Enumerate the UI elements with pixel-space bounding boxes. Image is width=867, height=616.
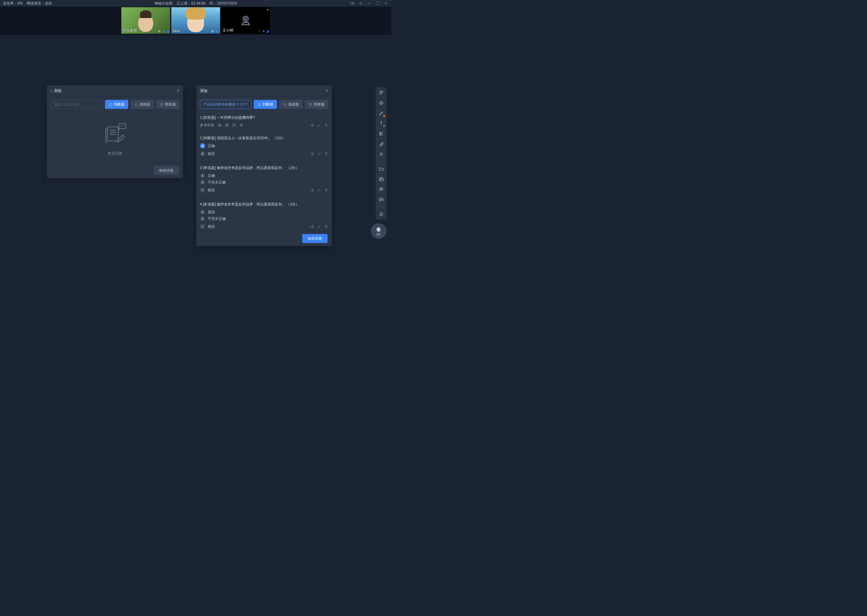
video-name: 叮当老师	[123, 28, 137, 33]
question-title: 2 [判断题] 我国宪法上一次更新是在2020年。 （2分）	[200, 135, 328, 141]
answer-text: 春、夏、秋、冬	[218, 123, 243, 128]
quiz-name-input[interactable]	[50, 100, 102, 109]
whiteboard-toolbox	[376, 87, 386, 220]
save-quiz-button[interactable]: 保存试卷	[153, 166, 179, 175]
add-short-answer-button[interactable]: 简答题	[305, 100, 328, 109]
svg-point-12	[245, 18, 247, 20]
svg-point-11	[243, 16, 248, 22]
option-item[interactable]: B错误	[200, 151, 215, 156]
pen-tool[interactable]	[378, 110, 384, 116]
video-tile-student-2[interactable]: × 王小明	[221, 7, 270, 34]
pointer-tool[interactable]	[378, 90, 384, 96]
question-item: 1 [简答题] 一年四季分别是哪四季? 参考答案： 春、夏、秋、冬	[200, 112, 328, 132]
close-icon[interactable]: ×	[325, 88, 328, 94]
hand-count: 0/2	[377, 233, 381, 236]
question-title: 1 [简答题] 一年四季分别是哪四季?	[200, 115, 328, 120]
video-name: 王小明	[222, 28, 233, 33]
maximize-icon[interactable]	[375, 1, 380, 6]
panel-title: 测验	[54, 88, 62, 94]
option-item[interactable]: A正确	[200, 173, 328, 178]
delete-icon[interactable]	[324, 225, 328, 229]
toolbox-tool[interactable]	[378, 176, 384, 182]
option-item[interactable]: A正确	[200, 143, 328, 149]
close-icon[interactable]: ×	[217, 8, 219, 12]
empty-text: 暂无试题	[108, 151, 122, 156]
eraser-tool[interactable]	[378, 141, 384, 147]
quiz-panel-filled: 测验 × 判断题 选择题 简答题 1 [简答题] 一年四季分别是哪四季?	[196, 85, 332, 246]
svg-point-36	[380, 153, 382, 155]
class-title: 神秘大自然	[154, 1, 172, 6]
delete-icon[interactable]	[324, 123, 328, 127]
svg-point-35	[379, 134, 380, 135]
answer-label: 参考答案：	[200, 123, 218, 128]
users-tool[interactable]	[378, 186, 384, 192]
empty-illustration	[101, 121, 129, 148]
question-item: 4 [多选题] 施华洛世奇是反华品牌，所以梁鼎琪反华。 （2分） A是的 B不完…	[200, 198, 328, 231]
edit-icon[interactable]	[317, 123, 321, 127]
add-judge-button[interactable]: 判断题	[254, 100, 277, 109]
move-icon[interactable]	[311, 188, 314, 192]
text-tool[interactable]	[378, 120, 384, 126]
video-tile-teacher[interactable]: 叮当老师	[121, 7, 170, 34]
mic-indicator	[158, 30, 169, 33]
session-id: ID：2020070324	[210, 1, 237, 6]
option-item[interactable]: A是的	[200, 209, 328, 215]
svg-point-26	[120, 126, 121, 127]
chat-tool[interactable]	[378, 196, 384, 203]
raise-hand-button[interactable]: 0/2	[371, 223, 386, 239]
option-item[interactable]: C错误	[200, 224, 215, 229]
edit-icon[interactable]	[317, 188, 321, 192]
svg-rect-18	[161, 103, 163, 106]
add-short-answer-button[interactable]: 简答题	[156, 100, 180, 109]
svg-point-17	[135, 103, 137, 106]
move-tool[interactable]	[378, 100, 384, 106]
svg-point-27	[121, 126, 123, 127]
scissors-tool[interactable]	[378, 130, 384, 137]
question-item: 2 [判断题] 我国宪法上一次更新是在2020年。 （2分） A正确 B错误	[200, 132, 328, 162]
move-icon[interactable]	[311, 123, 314, 127]
move-icon[interactable]	[311, 225, 314, 229]
svg-point-42	[381, 199, 381, 200]
edit-icon[interactable]	[317, 225, 321, 229]
svg-rect-15	[263, 30, 264, 32]
laser-tool[interactable]	[378, 151, 384, 157]
svg-point-9	[212, 31, 213, 32]
quiz-name-input[interactable]	[200, 100, 251, 109]
close-icon[interactable]: ×	[267, 8, 269, 12]
svg-point-6	[159, 31, 160, 32]
add-choice-button[interactable]: 选择题	[279, 100, 303, 109]
loss-rate: 丢包率：0%	[3, 1, 22, 6]
top-bar: 丢包率：0% 网络状态：良好 神秘大自然 已上课：02:34:09 ID：202…	[0, 0, 391, 6]
option-item[interactable]: C错误	[200, 187, 215, 193]
option-item[interactable]: B不完全正确	[200, 179, 328, 185]
delete-icon[interactable]	[324, 188, 328, 192]
svg-rect-7	[164, 30, 164, 32]
svg-point-34	[379, 132, 380, 133]
add-judge-button[interactable]: 判断题	[105, 100, 128, 109]
settings-icon[interactable]	[358, 1, 363, 6]
delete-icon[interactable]	[324, 152, 328, 156]
option-item[interactable]: B不完全正确	[200, 216, 328, 222]
mic-indicator	[211, 30, 219, 33]
svg-point-38	[380, 187, 382, 189]
svg-rect-29	[258, 103, 261, 106]
edit-icon[interactable]	[317, 152, 321, 156]
quiz-panel-empty: ‹ 测验 × 判断题 选择题 简答题	[47, 85, 183, 178]
folder-tool[interactable]	[378, 166, 384, 172]
back-icon[interactable]: ‹	[50, 88, 52, 93]
close-icon[interactable]: ×	[177, 88, 180, 94]
question-item: 3 [单选题] 施华洛世奇是反华品牌，所以梁鼎琪反华。 （2分） A正确 B不完…	[200, 162, 328, 198]
camera-toggle-icon[interactable]	[350, 1, 355, 6]
svg-point-41	[380, 199, 380, 200]
video-tile-student-1[interactable]: × Nina	[171, 7, 220, 34]
move-icon[interactable]	[311, 152, 314, 156]
close-window-icon[interactable]	[383, 1, 388, 6]
svg-rect-21	[107, 127, 118, 141]
save-quiz-button[interactable]: 保存试卷	[302, 234, 328, 243]
svg-rect-0	[350, 2, 353, 5]
add-choice-button[interactable]: 选择题	[131, 100, 154, 109]
minimize-icon[interactable]	[367, 1, 372, 6]
elapsed-time: 已上课：02:34:09	[177, 1, 205, 6]
svg-line-14	[258, 30, 260, 33]
bell-tool[interactable]	[378, 211, 384, 217]
